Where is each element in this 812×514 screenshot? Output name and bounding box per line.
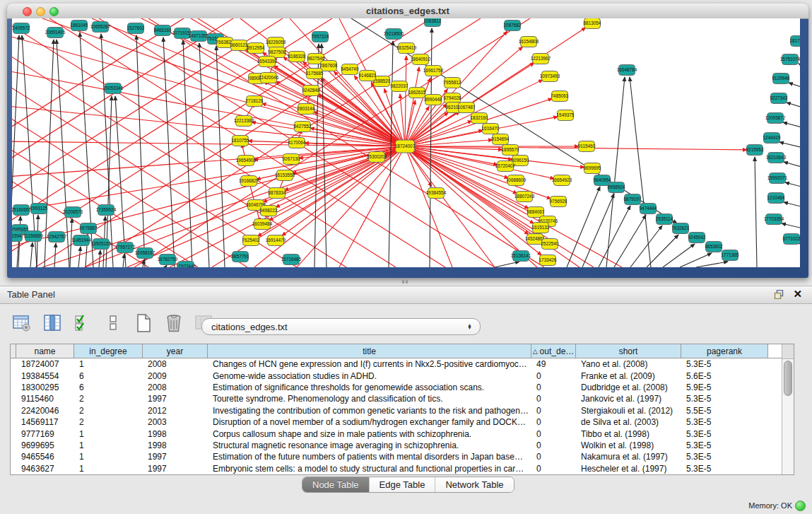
network-node[interactable]: 18807243 [514, 192, 535, 202]
network-node[interactable]: 7485063 [551, 91, 569, 102]
network-node[interactable]: 8454749 [341, 64, 359, 75]
vertical-scrollbar[interactable] [782, 344, 794, 474]
table-row[interactable]: 1456911722003Disruption of a novel membe… [11, 416, 794, 428]
network-node[interactable]: 8878334 [269, 188, 286, 199]
network-node[interactable]: 1615132 [532, 223, 550, 233]
network-node[interactable]: 16961758 [423, 66, 444, 76]
column-header-year[interactable]: year [143, 344, 208, 358]
network-node[interactable]: 15751074 [780, 54, 800, 65]
new-column-button[interactable] [133, 313, 154, 334]
network-node[interactable]: 6771022 [783, 234, 800, 245]
network-node[interactable]: 20206576 [63, 207, 83, 218]
network-node[interactable]: 13505155 [91, 239, 112, 250]
network-node[interactable]: 1549375 [557, 110, 575, 121]
network-node[interactable]: 18153553 [275, 170, 295, 181]
column-header-short[interactable]: short [576, 344, 681, 358]
network-node[interactable]: 9699695 [584, 163, 601, 174]
network-window-titlebar[interactable]: citations_edges.txt [7, 4, 808, 19]
network-node[interactable]: 12093872 [765, 113, 786, 124]
table-row[interactable]: 977716911998Corpus callosum shape and si… [11, 428, 794, 439]
network-node[interactable]: 15992071 [767, 173, 788, 184]
network-node[interactable]: 11156869 [23, 231, 43, 242]
network-node[interactable]: 12213383 [234, 116, 254, 127]
network-node[interactable]: 1861045 [71, 21, 88, 31]
network-node[interactable]: 2803144 [298, 104, 315, 115]
network-node[interactable]: 7957224 [312, 32, 329, 42]
network-node[interactable]: 12942757 [47, 232, 67, 243]
network-node[interactable]: 3660123 [230, 40, 248, 51]
network-node[interactable]: 15136141 [511, 251, 531, 262]
tab-edge-table[interactable]: Edge Table [370, 477, 436, 492]
close-icon[interactable]: ✕ [793, 288, 802, 300]
network-node[interactable]: 14671355 [189, 31, 209, 42]
network-node[interactable]: 7632621 [672, 223, 690, 234]
network-node[interactable]: 2522540 [541, 239, 559, 250]
network-node[interactable]: 9756928 [550, 197, 567, 207]
network-node[interactable]: 7625402 [242, 235, 260, 246]
network-node[interactable]: 2935114 [656, 214, 673, 225]
column-visibility-button[interactable] [42, 313, 63, 334]
delete-column-button[interactable] [163, 313, 184, 334]
network-node[interactable]: 1862615 [408, 88, 426, 98]
network-node[interactable]: 15720407 [495, 161, 516, 172]
network-node[interactable]: 22420046 [259, 73, 279, 83]
network-node[interactable]: 9129946 [772, 74, 790, 84]
network-node[interactable]: 10688609 [506, 175, 526, 186]
network-node[interactable]: 12213967 [531, 54, 551, 64]
network-node[interactable]: 18640910 [411, 54, 431, 65]
citation-network-graph[interactable]: 2405572206914061861045106552871527602846… [12, 18, 800, 267]
network-node[interactable]: 10973493 [540, 71, 560, 82]
network-node[interactable]: 1063812 [424, 18, 442, 27]
network-node[interactable]: 18325419 [396, 43, 417, 54]
column-header-gutter[interactable] [11, 344, 16, 358]
network-node[interactable]: 16154808 [519, 37, 539, 47]
network-node[interactable]: 29053346 [103, 83, 124, 94]
network-node[interactable]: 17957272 [115, 243, 136, 253]
network-node[interactable]: 2718126 [246, 96, 264, 107]
network-node[interactable]: 16654923 [552, 175, 572, 186]
network-canvas[interactable]: 2405572206914061861045106552871527602846… [12, 18, 800, 267]
network-node[interactable]: 16210643 [766, 153, 787, 163]
network-node[interactable]: 1771365 [722, 250, 739, 261]
network-node[interactable]: 16914479 [266, 235, 286, 246]
network-node[interactable]: 1895579 [502, 145, 519, 156]
network-node[interactable]: 9267130 [283, 154, 300, 165]
network-node[interactable]: 391594 [12, 231, 23, 242]
network-node[interactable]: 9245042 [688, 233, 706, 243]
network-node[interactable]: 9975887 [80, 223, 98, 234]
float-window-icon[interactable] [774, 290, 784, 299]
network-hub-node[interactable]: 18724007 [395, 140, 416, 153]
column-header-name[interactable]: name [16, 344, 74, 358]
tab-network-table[interactable]: Network Table [435, 477, 513, 492]
network-node[interactable]: 20691406 [45, 28, 66, 38]
network-node[interactable]: 8653602 [705, 242, 723, 252]
table-row[interactable]: 1872400712008Changes of HCN gene express… [11, 358, 794, 370]
network-node[interactable]: 1993125 [30, 204, 48, 214]
table-selector-dropdown[interactable]: citations_edges.txt ▲▼ [201, 318, 481, 335]
network-node[interactable]: 9115460 [578, 141, 596, 152]
network-node[interactable]: 18226058 [266, 37, 286, 48]
table-row[interactable]: 911546021997Tourette syndrome. Phenomeno… [11, 393, 794, 404]
network-node[interactable]: 1210464 [767, 193, 785, 204]
network-node[interactable]: 8813054 [584, 18, 601, 29]
network-node[interactable]: 1527602 [127, 23, 145, 34]
network-node[interactable]: 25300203 [367, 152, 387, 163]
network-node[interactable]: 16648784 [617, 65, 637, 76]
network-node[interactable]: 2087682 [504, 21, 522, 31]
network-node[interactable]: 9822037 [391, 81, 408, 92]
network-node[interactable]: 16543392 [257, 57, 278, 67]
network-node[interactable]: 8186328 [288, 52, 306, 62]
split-pane-grip[interactable] [402, 280, 409, 284]
network-node[interactable]: 15716485 [281, 255, 302, 265]
network-node[interactable]: 16782759 [158, 255, 178, 265]
network-node[interactable]: 9215953 [746, 145, 764, 156]
table-row[interactable]: 1830029562008Estimation of significance … [11, 382, 794, 393]
scrollbar-thumb[interactable] [784, 361, 792, 396]
network-node[interactable]: 11451944 [71, 235, 91, 246]
table-row[interactable]: 969969511998Structural magnetic resonanc… [11, 440, 794, 451]
network-node[interactable]: 9154694 [492, 134, 510, 145]
deselect-all-button[interactable] [102, 313, 124, 334]
network-node[interactable]: 1067487 [458, 103, 476, 113]
network-node[interactable]: 1733426 [539, 255, 557, 266]
network-node[interactable]: 7955812 [444, 78, 461, 88]
